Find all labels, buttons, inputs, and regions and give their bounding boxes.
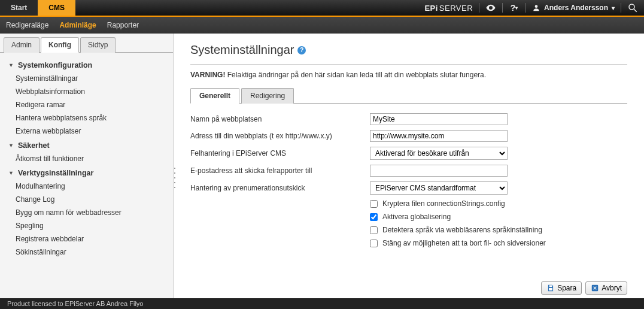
row-subscription: Hantering av prenumerationsutskick EPiSe… <box>190 181 627 195</box>
sidebar-item[interactable]: Åtkomst till funktioner <box>0 152 173 165</box>
check-globalization: Aktivera globalisering <box>370 213 627 221</box>
group-verktyg[interactable]: Verktygsinställningar <box>0 165 173 180</box>
topbar-right: EPiSERVER ? ▾ Anders Andersson ▾ <box>424 0 644 16</box>
input-siteurl[interactable] <box>370 130 508 142</box>
sidebar-item[interactable]: Sökinställningar <box>0 246 173 259</box>
sidebar-item[interactable]: Change Log <box>0 193 173 206</box>
save-icon <box>546 284 555 292</box>
select-errorhandling[interactable]: Aktiverad för besökare utifrån <box>370 147 508 160</box>
svg-point-1 <box>629 4 634 10</box>
checkbox-disabledelete[interactable] <box>370 240 378 247</box>
topbar-tabs: Start CMS <box>0 0 75 16</box>
subnav-reports[interactable]: Rapporter <box>107 21 139 29</box>
divider <box>525 3 526 13</box>
check-disabledelete: Stäng av möjligheten att ta bort fil- oc… <box>370 239 627 247</box>
subnav-admin[interactable]: Adminläge <box>59 21 96 29</box>
footer-text: Product licensed to EPiServer AB Andrea … <box>7 300 143 307</box>
group-sakerhet[interactable]: Säkerhet <box>0 138 173 152</box>
sidebar-item[interactable]: Webbplatsinformation <box>0 85 173 98</box>
content: Systeminställningar ? VARNING! Felaktiga… <box>174 34 644 298</box>
divider <box>502 3 503 13</box>
label-siteurl: Adress till din webbplats (t ex http://w… <box>190 132 370 140</box>
content-tabs: Generellt Redigering <box>190 87 627 104</box>
row-erroremail: E-postadress att skicka felrapporter til… <box>190 165 627 177</box>
input-erroremail[interactable] <box>370 165 508 177</box>
help-icon[interactable]: ? ▾ <box>509 2 520 13</box>
cancel-button[interactable]: Avbryt <box>585 281 627 295</box>
cancel-label: Avbryt <box>602 284 622 292</box>
tab-generellt[interactable]: Generellt <box>190 88 239 104</box>
check-label: Detektera språk via webbläsarens språkin… <box>382 226 542 234</box>
sidebar-item[interactable]: Systeminställningar <box>0 72 173 85</box>
svg-rect-4 <box>549 288 552 290</box>
sidebar-tab-konfig[interactable]: Konfig <box>41 37 79 53</box>
sidebar-body: Systemkonfiguration Systeminställningar … <box>0 52 173 289</box>
main: Admin Konfig Sidtyp Systemkonfiguration … <box>0 34 644 298</box>
cancel-icon <box>591 284 599 292</box>
warning-bold: VARNING! <box>190 71 225 79</box>
sidebar-item[interactable]: Bygg om namn för webbadresser <box>0 206 173 219</box>
sidebar-item[interactable]: Redigera ramar <box>0 98 173 111</box>
brand-bold: EPi <box>424 4 438 13</box>
sidebar-tabs: Admin Konfig Sidtyp <box>0 34 173 53</box>
select-subscription[interactable]: EPiServer CMS standardformat <box>370 181 508 195</box>
divider <box>479 3 479 13</box>
user-name: Anders Andersson <box>544 4 608 12</box>
user-icon <box>532 4 540 12</box>
warning-text: VARNING! Felaktiga ändringar på den här … <box>190 71 627 79</box>
sidebar-item[interactable]: Externa webbplatser <box>0 125 173 138</box>
checkbox-encrypt[interactable] <box>370 200 378 208</box>
save-button[interactable]: Spara <box>541 281 582 295</box>
input-sitename[interactable] <box>370 113 508 125</box>
label-errorhandling: Felhantering i EPiServer CMS <box>190 149 370 157</box>
topbar: Start CMS EPiSERVER ? ▾ Anders Andersson… <box>0 0 644 17</box>
warning-rest: Felaktiga ändringar på den här sidan kan… <box>225 71 486 79</box>
check-encrypt: Kryptera filen connectionStrings.config <box>370 199 627 208</box>
label-erroremail: E-postadress att skicka felrapporter til… <box>190 166 370 175</box>
action-bar: Spara Avbryt <box>541 281 627 295</box>
tab-redigering[interactable]: Redigering <box>241 88 294 104</box>
search-icon[interactable] <box>627 2 638 13</box>
check-label: Kryptera filen connectionStrings.config <box>382 199 505 208</box>
checkbox-detectlang[interactable] <box>370 226 378 234</box>
separator <box>190 64 627 65</box>
sidebar-item[interactable]: Spegling <box>0 219 173 232</box>
chevron-down-icon: ▾ <box>612 5 615 11</box>
brand-rest: SERVER <box>439 4 473 13</box>
sidebar-item[interactable]: Hantera webbplatsens språk <box>0 111 173 125</box>
save-label: Spara <box>557 284 576 292</box>
sidebar-tab-admin[interactable]: Admin <box>4 37 40 53</box>
footer: Product licensed to EPiServer AB Andrea … <box>0 298 644 309</box>
tab-cms[interactable]: CMS <box>38 0 75 16</box>
divider <box>621 3 621 13</box>
svg-line-2 <box>634 9 637 12</box>
checkbox-globalization[interactable] <box>370 213 378 221</box>
sidebar-item[interactable]: Registrera webbdelar <box>0 232 173 246</box>
svg-rect-3 <box>549 285 552 287</box>
check-label: Aktivera globalisering <box>382 213 451 221</box>
sidebar-item[interactable]: Modulhantering <box>0 180 173 193</box>
subnav-edit[interactable]: Redigeraläge <box>6 21 48 29</box>
group-systemkonfiguration[interactable]: Systemkonfiguration <box>0 57 173 72</box>
help-icon[interactable]: ? <box>297 46 306 54</box>
row-errorhandling: Felhantering i EPiServer CMS Aktiverad f… <box>190 147 627 160</box>
page-title-text: Systeminställningar <box>190 43 294 57</box>
row-sitename: Namn på webbplatsen <box>190 113 627 125</box>
user-menu[interactable]: Anders Andersson ▾ <box>532 4 615 12</box>
label-subscription: Hantering av prenumerationsutskick <box>190 184 370 192</box>
sidebar: Admin Konfig Sidtyp Systemkonfiguration … <box>0 34 174 298</box>
label-sitename: Namn på webbplatsen <box>190 115 370 123</box>
page-title: Systeminställningar ? <box>190 43 627 57</box>
brand-logo: EPiSERVER <box>424 4 473 13</box>
svg-point-0 <box>535 5 538 8</box>
subbar: Redigeraläge Adminläge Rapporter <box>0 17 644 34</box>
row-siteurl: Adress till din webbplats (t ex http://w… <box>190 130 627 142</box>
tab-start[interactable]: Start <box>0 0 38 16</box>
check-detectlang: Detektera språk via webbläsarens språkin… <box>370 226 627 234</box>
check-label: Stäng av möjligheten att ta bort fil- oc… <box>382 239 546 247</box>
sidebar-tab-sidtyp[interactable]: Sidtyp <box>80 37 116 53</box>
eye-icon[interactable] <box>485 2 496 13</box>
